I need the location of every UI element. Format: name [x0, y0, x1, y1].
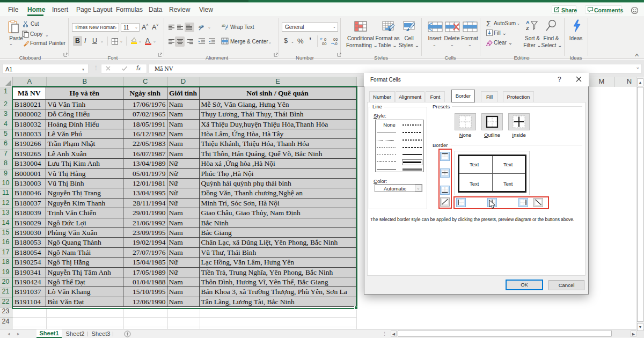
svg-text:0: 0 — [335, 41, 338, 46]
svg-text:ab: ab — [199, 25, 203, 28]
svg-text:ab: ab — [222, 24, 226, 27]
svg-text:A: A — [526, 20, 530, 25]
svg-text:Z: Z — [526, 26, 529, 31]
svg-text:00: 00 — [322, 41, 326, 46]
